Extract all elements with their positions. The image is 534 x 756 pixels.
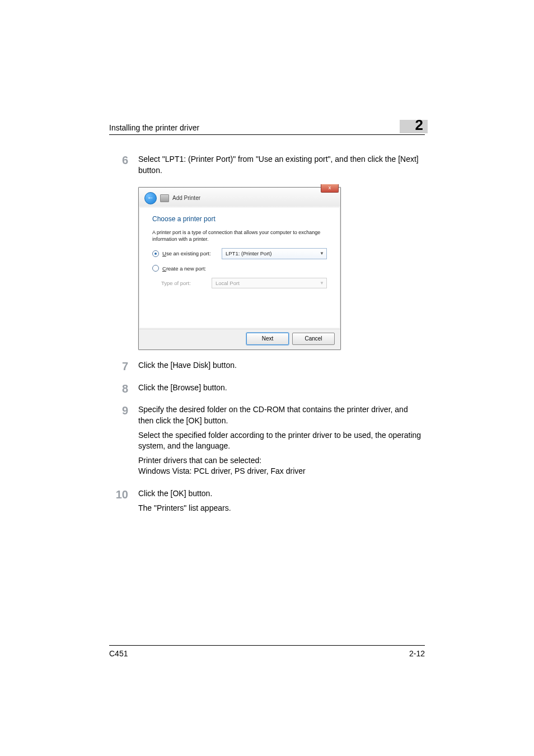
step-body: Click the [Have Disk] button. [138, 360, 425, 375]
dialog-illustration: x ← Add Printer Choose a printer port A … [138, 187, 425, 350]
dialog-title: Add Printer [172, 194, 200, 202]
existing-port-select[interactable]: LPT1: (Printer Port) ▼ [222, 248, 327, 259]
dialog-content: Choose a printer port A printer port is … [140, 208, 339, 328]
step-number: 8 [109, 382, 128, 397]
type-of-port-row: Type of port: Local Port ▼ [161, 278, 327, 288]
page-footer: C451 2-12 [109, 645, 425, 658]
radio-create-label: Create a new port: [162, 265, 218, 272]
chevron-down-icon: ▼ [320, 250, 324, 256]
radio-create[interactable] [152, 265, 159, 272]
step-text: Specify the desired folder on the CD-ROM… [138, 404, 425, 426]
step-body: Specify the desired folder on the CD-ROM… [138, 404, 425, 480]
step-body: Click the [OK] button. The "Printers" li… [138, 488, 425, 517]
chevron-down-icon: ▼ [320, 280, 324, 286]
footer-right: 2-12 [409, 649, 425, 658]
next-button[interactable]: Next [246, 333, 289, 345]
type-of-port-select: Local Port ▼ [212, 278, 327, 288]
step-number: 7 [109, 360, 128, 375]
step-body: Click the [Browse] button. [138, 382, 425, 397]
step-8: 8 Click the [Browse] button. [109, 382, 425, 397]
chapter-marker: 2 [415, 118, 425, 132]
step-7: 7 Click the [Have Disk] button. [109, 360, 425, 375]
step-text: Click the [Browse] button. [138, 382, 425, 394]
body-content: 6 Select "LPT1: (Printer Port)" from "Us… [109, 135, 425, 517]
step-text: Select "LPT1: (Printer Port)" from "Use … [138, 154, 425, 176]
step-6: 6 Select "LPT1: (Printer Port)" from "Us… [109, 154, 425, 179]
chapter-number: 2 [415, 118, 425, 132]
step-10: 10 Click the [OK] button. The "Printers"… [109, 488, 425, 517]
running-title: Installing the printer driver [109, 123, 199, 132]
option-use-existing[interactable]: Use an existing port: LPT1: (Printer Por… [152, 248, 327, 259]
page-header: Installing the printer driver 2 [109, 118, 425, 135]
option-create-new[interactable]: Create a new port: [152, 265, 327, 272]
step-number: 6 [109, 154, 128, 179]
close-button[interactable]: x [321, 184, 339, 193]
step-body: Select "LPT1: (Printer Port)" from "Use … [138, 154, 425, 179]
type-of-port-label: Type of port: [161, 279, 208, 287]
back-icon[interactable]: ← [144, 192, 157, 204]
dialog-titlebar: ← Add Printer [139, 188, 340, 207]
step-text: Windows Vista: PCL driver, PS driver, Fa… [138, 466, 425, 477]
dialog-footer: Next Cancel [139, 329, 340, 349]
add-printer-dialog: x ← Add Printer Choose a printer port A … [138, 187, 341, 350]
step-text: Printer drivers that can be selected: [138, 455, 425, 466]
printer-icon [160, 194, 169, 202]
step-number: 9 [109, 404, 128, 480]
step-text: The "Printers" list appears. [138, 503, 425, 514]
type-of-port-value: Local Port [216, 279, 240, 287]
step-9: 9 Specify the desired folder on the CD-R… [109, 404, 425, 480]
step-text: Click the [OK] button. [138, 488, 425, 500]
dialog-heading: Choose a printer port [152, 214, 327, 224]
dialog-description: A printer port is a type of connection t… [152, 230, 327, 242]
footer-left: C451 [109, 649, 128, 658]
step-number: 10 [109, 488, 128, 517]
step-text: Click the [Have Disk] button. [138, 360, 425, 371]
radio-existing-label: Use an existing port: [162, 250, 218, 257]
existing-port-value: LPT1: (Printer Port) [226, 250, 271, 257]
cancel-button[interactable]: Cancel [292, 333, 335, 345]
radio-existing[interactable] [152, 250, 159, 257]
step-text: Select the specified folder according to… [138, 430, 425, 452]
